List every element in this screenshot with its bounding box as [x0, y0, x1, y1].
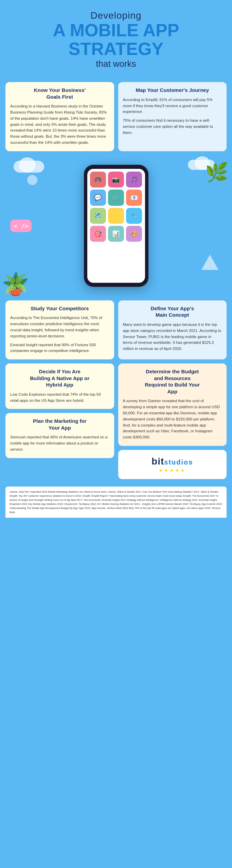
app-icon-5: 🛒	[108, 190, 124, 205]
study-competitors-text1: According to The Economist Intelligence …	[10, 315, 109, 339]
native-hybrid-card: Decide If You AreBuilding A Native App o…	[5, 363, 114, 409]
map-journey-title: Map Your Customer's Journey	[123, 87, 222, 94]
define-concept-title: Define Your App'sMain Concept	[123, 305, 222, 318]
footer-refs-text: Udonis, 2022 60+ Important 2022 Mobile M…	[10, 490, 222, 514]
study-competitors-text2: Emerald Insight reported that 90% of For…	[10, 342, 109, 354]
triangle-deco	[201, 255, 218, 270]
logo-studios: studios	[164, 458, 193, 466]
header: Developing A MOBILE APP STRATEGY that wo…	[0, 0, 232, 76]
app-icon-2: 📸	[108, 172, 124, 188]
app-icon-3: 🎵	[126, 172, 142, 188]
know-business-text: According to a Harvard Business study in…	[10, 103, 109, 146]
circle-deco-tl	[27, 175, 37, 185]
logo-bit: bit	[151, 456, 164, 467]
study-competitors-text: According to The Economist Intelligence …	[10, 315, 109, 354]
code-badge: < />	[10, 219, 32, 232]
plant-left: 🪴	[2, 271, 29, 297]
footer-references: Udonis, 2022 60+ Important 2022 Mobile M…	[5, 487, 227, 518]
header-main-title: A MOBILE APP STRATEGY	[7, 21, 225, 58]
app-icon-10: 🎯	[90, 226, 106, 242]
determine-budget-title: Determine the Budgetand ResourcesRequire…	[123, 368, 222, 395]
know-business-card: Know Your Business'Goals First According…	[5, 82, 114, 151]
app-icon-11: 📊	[108, 226, 124, 242]
study-competitors-title: Study Your Competitors	[10, 305, 109, 312]
study-competitors-card: Study Your Competitors According to The …	[5, 300, 114, 359]
phone-screen: 🎮 📸 🎵 💬 🛒 📧 🗺️ ⭐ 🔧 🎯 📊 🎨	[87, 169, 145, 283]
map-journey-text: According to Emplifi, 61% of consumers w…	[123, 97, 222, 136]
app-icon-7: 🗺️	[90, 208, 106, 224]
logo-dots: ★★★★★	[159, 468, 186, 473]
native-hybrid-title: Decide If You AreBuilding A Native App o…	[10, 368, 109, 388]
phone-mockup: 🎮 📸 🎵 💬 🛒 📧 🗺️ ⭐ 🔧 🎯 📊 🎨	[84, 165, 148, 287]
top-cards-row: Know Your Business'Goals First According…	[0, 76, 232, 155]
plant-right: 🌿	[205, 161, 229, 183]
cloud-puff-left	[19, 157, 36, 173]
native-hybrid-text: Low Code Explosion reported that 74% of …	[10, 392, 109, 404]
bitstudios-logo: bit studios ★★★★★	[118, 450, 227, 479]
app-icon-9: 🔧	[126, 208, 142, 224]
phone-body: 🎮 📸 🎵 💬 🛒 📧 🗺️ ⭐ 🔧 🎯 📊 🎨	[84, 165, 148, 287]
app-icon-4: 💬	[90, 190, 106, 205]
mid-section: Study Your Competitors According to The …	[0, 297, 232, 487]
app-icon-6: 📧	[126, 190, 142, 205]
header-line1: A MOBILE APP	[53, 20, 179, 40]
mid-row-2: Decide If You AreBuilding A Native App o…	[5, 363, 227, 479]
app-icon-1: 🎮	[90, 172, 106, 188]
define-concept-card: Define Your App'sMain Concept Many want …	[118, 300, 227, 359]
know-business-title: Know Your Business'Goals First	[10, 87, 109, 100]
app-icon-8: ⭐	[108, 208, 124, 224]
header-line2: STRATEGY	[69, 39, 163, 59]
header-sub: that works	[7, 59, 225, 69]
determine-budget-text: A survey from Gartner revealed that the …	[123, 398, 222, 440]
map-journey-card: Map Your Customer's Journey According to…	[118, 82, 227, 151]
logo-container: bit studios	[151, 456, 193, 467]
app-icon-12: 🎨	[126, 226, 142, 242]
plan-marketing-card: Plan the Marketing forYour App Semrush r…	[5, 413, 114, 458]
define-concept-text: Many want to develop game apps because i…	[123, 322, 222, 352]
phone-section: < /> 🪴 🌿 🎮 📸 🎵 💬 🛒 📧 🗺️ ⭐ 🔧 🎯 📊 🎨	[0, 155, 232, 297]
plan-marketing-title: Plan the Marketing forYour App	[10, 418, 109, 431]
mid-row-1: Study Your Competitors According to The …	[5, 300, 227, 359]
determine-budget-card: Determine the Budgetand ResourcesRequire…	[118, 363, 227, 446]
header-developing: Developing	[7, 10, 225, 21]
map-journey-text1: According to Emplifi, 61% of consumers w…	[123, 97, 222, 115]
map-journey-text2: 75% of consumers find it necessary to ha…	[123, 118, 222, 136]
plan-marketing-text: Semrush reported that 46% of Americans s…	[10, 434, 109, 452]
